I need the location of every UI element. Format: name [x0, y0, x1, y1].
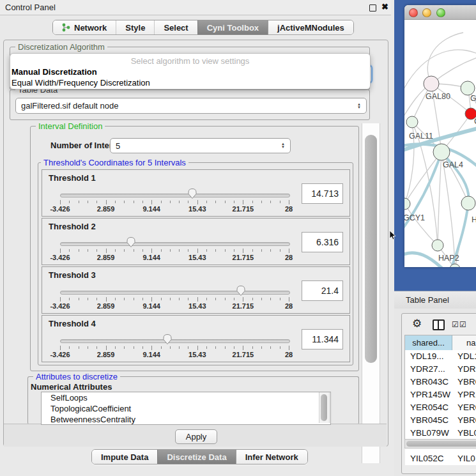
slider-tick — [134, 298, 134, 300]
network-window: GAL80GCGAL11GAL4GCY1HHAP2 — [404, 5, 476, 267]
slider-tick — [151, 249, 152, 253]
gear-icon[interactable]: ⚙ — [412, 317, 422, 330]
tab-impute-data[interactable]: Impute Data — [92, 450, 157, 464]
minimize-traffic-light[interactable] — [422, 8, 431, 17]
cyni-toolbox-panel: Discretization Algorithm ▲▼ Select algor… — [3, 40, 388, 447]
tab-style[interactable]: Style — [116, 20, 154, 35]
slider-tick — [280, 249, 280, 252]
list-item[interactable]: TopologicalCoefficient — [42, 403, 330, 414]
slider-track[interactable] — [60, 194, 290, 197]
table-hscrollbar-thumb[interactable] — [406, 441, 476, 447]
column-header-shared-name[interactable]: shared... — [405, 335, 452, 350]
slider-tick — [60, 297, 61, 302]
threshold-value-field[interactable]: 6.316 — [302, 232, 343, 252]
tab-discretize-data[interactable]: Discretize Data — [157, 450, 235, 464]
node-label: GAL4 — [443, 160, 463, 169]
slider-tick — [134, 346, 134, 349]
slider-thumb[interactable] — [187, 188, 197, 199]
network-canvas[interactable]: GAL80GCGAL11GAL4GCY1HHAP2 — [404, 20, 476, 267]
table-horizontal-scrollbar[interactable] — [404, 439, 476, 449]
threshold-value-field[interactable]: 14.713 — [302, 183, 343, 204]
slider-track[interactable] — [60, 291, 290, 295]
slider-tick — [270, 298, 271, 300]
table-row[interactable]: YBL079WYBL0 — [405, 427, 476, 440]
tab-cyni-toolbox-label: Cyni Toolbox — [207, 23, 259, 33]
threshold-value-field[interactable]: 21.4 — [302, 280, 343, 301]
slider-tick — [188, 298, 188, 300]
algorithm-option-equal-width[interactable]: Equal Width/Frequency Discretization — [12, 78, 150, 88]
network-node-gal80[interactable] — [424, 76, 439, 91]
bottom-tabs: Impute Data Discretize Data Infer Networ… — [91, 449, 308, 464]
tab-cyni-toolbox[interactable]: Cyni Toolbox — [197, 20, 268, 35]
slider-thumb[interactable] — [162, 334, 173, 345]
zoom-traffic-light[interactable] — [436, 8, 445, 17]
table-row[interactable]: YBR045CYBR0 — [405, 414, 476, 427]
numerical-attributes-list[interactable]: SelfLoopsTopologicalCoefficientBetweenne… — [41, 392, 331, 425]
tab-infer-network[interactable]: Infer Network — [236, 450, 307, 464]
slider-tick-label: 2.859 — [97, 351, 115, 358]
threshold-value-field[interactable]: 11.344 — [302, 329, 343, 349]
slider-track[interactable] — [60, 242, 290, 246]
slider-tick — [225, 201, 226, 203]
slider-tick — [261, 201, 262, 203]
table-row[interactable]: YER054CYER0 — [405, 401, 476, 414]
slider-tick — [96, 298, 97, 300]
cell-name: YDR2 — [457, 363, 476, 376]
table-row[interactable]: YDR27...YDR2 — [405, 363, 476, 376]
apply-button[interactable]: Apply — [175, 429, 217, 444]
close-traffic-light[interactable] — [409, 8, 418, 17]
network-node-gal4[interactable] — [433, 144, 450, 160]
stepper-icon: ▲▼ — [353, 103, 361, 109]
slider-tick — [234, 249, 234, 252]
slider-thumb[interactable] — [126, 236, 136, 248]
slider-tick — [151, 346, 152, 350]
float-window-icon[interactable] — [369, 4, 376, 12]
slider-tick — [197, 249, 198, 253]
slider-tick — [88, 346, 88, 349]
list-item[interactable]: BetweennessCentrality — [42, 414, 330, 425]
network-window-titlebar[interactable] — [404, 5, 476, 20]
slider-tick — [215, 249, 216, 252]
attributes-group-title: Attributes to discretize — [33, 372, 120, 381]
slider-tick — [289, 200, 289, 204]
attributes-list-scrollbar[interactable] — [319, 392, 330, 423]
checkbox-icon[interactable]: ☑ — [452, 320, 459, 329]
panel-scrollbar[interactable] — [362, 123, 380, 463]
tab-jactivemnodules[interactable]: jActiveMNodules — [268, 20, 353, 35]
table-panel-titlebar[interactable]: Table Panel — [394, 291, 476, 309]
list-item[interactable]: SelfLoops — [42, 392, 330, 403]
network-node-hap2[interactable] — [432, 240, 443, 251]
network-node-gcy1[interactable] — [404, 198, 410, 210]
network-node-h[interactable] — [461, 196, 475, 210]
tab-select[interactable]: Select — [154, 20, 197, 35]
slider-track[interactable] — [60, 339, 290, 343]
table-data-combobox[interactable]: galFiltered.sif default node ▲▼ — [15, 98, 367, 114]
table-row[interactable]: YPR145WYPR1 — [405, 388, 476, 401]
columns-icon[interactable] — [433, 319, 445, 330]
node-label: H — [472, 215, 476, 224]
algorithm-option-manual[interactable]: Manual Discretization — [12, 67, 97, 77]
slider-tick — [243, 346, 243, 350]
attributes-scrollbar-thumb[interactable] — [321, 394, 327, 421]
apply-bar: Apply — [4, 424, 387, 447]
checkbox-icon[interactable]: ☑ — [459, 320, 466, 329]
table-panel-title: Table Panel — [406, 295, 449, 305]
network-node-gal11[interactable] — [406, 116, 418, 128]
node-table: shared... na YDL19...YDL1YDR27...YDR2YBR… — [404, 335, 476, 439]
num-intervals-combobox[interactable]: 5 ▲▼ — [110, 138, 291, 153]
slider-tick-label: -3.426 — [50, 302, 70, 310]
slider-tick — [60, 346, 61, 350]
table-row[interactable]: YDL19...YDL1 — [405, 350, 476, 363]
slider-tick — [124, 249, 125, 252]
close-icon[interactable]: ✖ — [381, 2, 388, 12]
network-node-g[interactable] — [461, 81, 475, 95]
tab-network[interactable]: Network — [53, 20, 116, 35]
threshold-box: Threshold 2-3.4262.8599.14415.4321.71528… — [42, 218, 350, 265]
table-row[interactable]: YIL052CYIL0 — [405, 452, 476, 465]
slider-thumb[interactable] — [236, 285, 246, 296]
table-row[interactable]: YBR043CYBR0 — [405, 376, 476, 388]
slider-tick — [225, 298, 226, 300]
cell-name: YBR0 — [457, 414, 476, 427]
column-header-name[interactable]: na — [452, 335, 476, 350]
panel-scrollbar-thumb[interactable] — [365, 135, 377, 363]
